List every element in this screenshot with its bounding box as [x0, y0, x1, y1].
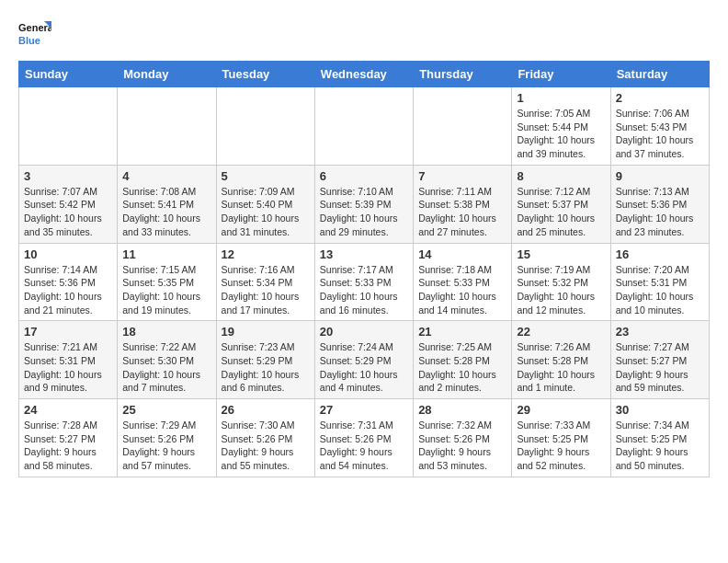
day-number: 2 [616, 91, 704, 105]
day-number: 5 [222, 169, 310, 183]
calendar-cell: 12Sunrise: 7:16 AM Sunset: 5:34 PM Dayli… [216, 243, 314, 321]
calendar-cell: 17Sunrise: 7:21 AM Sunset: 5:31 PM Dayli… [19, 321, 118, 399]
calendar-cell: 1Sunrise: 7:05 AM Sunset: 5:44 PM Daylig… [512, 87, 610, 166]
day-info: Sunrise: 7:13 AM Sunset: 5:36 PM Dayligh… [616, 185, 704, 239]
day-number: 22 [517, 325, 605, 339]
day-info: Sunrise: 7:10 AM Sunset: 5:39 PM Dayligh… [320, 185, 408, 239]
day-number: 10 [24, 247, 112, 261]
day-info: Sunrise: 7:09 AM Sunset: 5:40 PM Dayligh… [222, 185, 310, 239]
day-info: Sunrise: 7:19 AM Sunset: 5:32 PM Dayligh… [517, 263, 605, 317]
day-info: Sunrise: 7:28 AM Sunset: 5:27 PM Dayligh… [24, 419, 112, 473]
calendar-cell: 15Sunrise: 7:19 AM Sunset: 5:32 PM Dayli… [512, 243, 610, 321]
day-number: 19 [222, 325, 310, 339]
day-info: Sunrise: 7:24 AM Sunset: 5:29 PM Dayligh… [320, 340, 408, 395]
day-info: Sunrise: 7:29 AM Sunset: 5:26 PM Dayligh… [122, 419, 210, 473]
svg-text:General: General [18, 22, 51, 33]
logo-svg: General Blue [18, 18, 51, 52]
calendar-week-5: 24Sunrise: 7:28 AM Sunset: 5:27 PM Dayli… [19, 399, 710, 477]
calendar-table: SundayMondayTuesdayWednesdayThursdayFrid… [18, 61, 710, 477]
calendar-cell: 27Sunrise: 7:31 AM Sunset: 5:26 PM Dayli… [314, 399, 413, 477]
day-info: Sunrise: 7:17 AM Sunset: 5:33 PM Dayligh… [320, 263, 408, 317]
calendar-week-3: 10Sunrise: 7:14 AM Sunset: 5:36 PM Dayli… [19, 243, 710, 321]
day-number: 29 [517, 403, 605, 417]
day-info: Sunrise: 7:16 AM Sunset: 5:34 PM Dayligh… [222, 263, 310, 317]
day-info: Sunrise: 7:11 AM Sunset: 5:38 PM Dayligh… [418, 185, 506, 239]
header: General Blue [18, 18, 710, 52]
calendar-cell: 9Sunrise: 7:13 AM Sunset: 5:36 PM Daylig… [610, 165, 709, 243]
day-number: 12 [222, 247, 310, 261]
calendar-cell: 22Sunrise: 7:26 AM Sunset: 5:28 PM Dayli… [512, 321, 610, 399]
calendar-header-row: SundayMondayTuesdayWednesdayThursdayFrid… [19, 62, 710, 87]
day-number: 7 [418, 169, 506, 183]
day-number: 27 [320, 403, 408, 417]
day-info: Sunrise: 7:06 AM Sunset: 5:43 PM Dayligh… [616, 107, 704, 161]
svg-text:Blue: Blue [18, 35, 40, 46]
calendar-cell: 2Sunrise: 7:06 AM Sunset: 5:43 PM Daylig… [610, 87, 709, 166]
page-container: General Blue SundayMondayTuesdayWednesda… [0, 0, 728, 487]
day-number: 9 [616, 169, 704, 183]
calendar-week-2: 3Sunrise: 7:07 AM Sunset: 5:42 PM Daylig… [19, 165, 710, 243]
day-number: 23 [616, 325, 704, 339]
day-info: Sunrise: 7:22 AM Sunset: 5:30 PM Dayligh… [122, 340, 210, 395]
calendar-cell [314, 87, 413, 166]
calendar-cell: 8Sunrise: 7:12 AM Sunset: 5:37 PM Daylig… [512, 165, 610, 243]
calendar-cell: 6Sunrise: 7:10 AM Sunset: 5:39 PM Daylig… [314, 165, 413, 243]
header-monday: Monday [118, 62, 216, 87]
day-info: Sunrise: 7:31 AM Sunset: 5:26 PM Dayligh… [320, 419, 408, 473]
day-info: Sunrise: 7:21 AM Sunset: 5:31 PM Dayligh… [24, 340, 112, 395]
calendar-cell [414, 87, 512, 166]
day-number: 16 [616, 247, 704, 261]
day-number: 15 [517, 247, 605, 261]
day-info: Sunrise: 7:25 AM Sunset: 5:28 PM Dayligh… [418, 340, 506, 395]
calendar-cell: 28Sunrise: 7:32 AM Sunset: 5:26 PM Dayli… [414, 399, 512, 477]
day-info: Sunrise: 7:26 AM Sunset: 5:28 PM Dayligh… [517, 340, 605, 395]
calendar-cell: 4Sunrise: 7:08 AM Sunset: 5:41 PM Daylig… [118, 165, 216, 243]
calendar-cell: 26Sunrise: 7:30 AM Sunset: 5:26 PM Dayli… [216, 399, 314, 477]
calendar-cell: 24Sunrise: 7:28 AM Sunset: 5:27 PM Dayli… [19, 399, 118, 477]
day-number: 21 [418, 325, 506, 339]
day-number: 14 [418, 247, 506, 261]
calendar-cell: 18Sunrise: 7:22 AM Sunset: 5:30 PM Dayli… [118, 321, 216, 399]
header-sunday: Sunday [19, 62, 118, 87]
calendar-cell: 11Sunrise: 7:15 AM Sunset: 5:35 PM Dayli… [118, 243, 216, 321]
calendar-cell: 25Sunrise: 7:29 AM Sunset: 5:26 PM Dayli… [118, 399, 216, 477]
day-number: 1 [517, 91, 605, 105]
day-number: 3 [24, 169, 112, 183]
day-number: 24 [24, 403, 112, 417]
calendar-week-1: 1Sunrise: 7:05 AM Sunset: 5:44 PM Daylig… [19, 87, 710, 166]
day-number: 30 [616, 403, 704, 417]
day-number: 6 [320, 169, 408, 183]
day-number: 25 [122, 403, 210, 417]
calendar-cell: 14Sunrise: 7:18 AM Sunset: 5:33 PM Dayli… [414, 243, 512, 321]
day-number: 28 [418, 403, 506, 417]
day-number: 17 [24, 325, 112, 339]
day-info: Sunrise: 7:32 AM Sunset: 5:26 PM Dayligh… [418, 419, 506, 473]
calendar-cell: 16Sunrise: 7:20 AM Sunset: 5:31 PM Dayli… [610, 243, 709, 321]
logo: General Blue [18, 18, 51, 52]
day-info: Sunrise: 7:23 AM Sunset: 5:29 PM Dayligh… [222, 340, 310, 395]
calendar-cell: 3Sunrise: 7:07 AM Sunset: 5:42 PM Daylig… [19, 165, 118, 243]
calendar-cell: 23Sunrise: 7:27 AM Sunset: 5:27 PM Dayli… [610, 321, 709, 399]
calendar-cell: 5Sunrise: 7:09 AM Sunset: 5:40 PM Daylig… [216, 165, 314, 243]
day-number: 18 [122, 325, 210, 339]
day-number: 4 [122, 169, 210, 183]
day-number: 20 [320, 325, 408, 339]
day-info: Sunrise: 7:12 AM Sunset: 5:37 PM Dayligh… [517, 185, 605, 239]
calendar-cell [19, 87, 118, 166]
calendar-cell: 10Sunrise: 7:14 AM Sunset: 5:36 PM Dayli… [19, 243, 118, 321]
day-info: Sunrise: 7:30 AM Sunset: 5:26 PM Dayligh… [222, 419, 310, 473]
day-info: Sunrise: 7:07 AM Sunset: 5:42 PM Dayligh… [24, 185, 112, 239]
calendar-week-4: 17Sunrise: 7:21 AM Sunset: 5:31 PM Dayli… [19, 321, 710, 399]
day-number: 11 [122, 247, 210, 261]
header-tuesday: Tuesday [216, 62, 314, 87]
calendar-cell: 21Sunrise: 7:25 AM Sunset: 5:28 PM Dayli… [414, 321, 512, 399]
day-info: Sunrise: 7:14 AM Sunset: 5:36 PM Dayligh… [24, 263, 112, 317]
day-info: Sunrise: 7:18 AM Sunset: 5:33 PM Dayligh… [418, 263, 506, 317]
day-number: 8 [517, 169, 605, 183]
day-info: Sunrise: 7:34 AM Sunset: 5:25 PM Dayligh… [616, 419, 704, 473]
calendar-cell: 29Sunrise: 7:33 AM Sunset: 5:25 PM Dayli… [512, 399, 610, 477]
calendar-cell: 30Sunrise: 7:34 AM Sunset: 5:25 PM Dayli… [610, 399, 709, 477]
day-info: Sunrise: 7:08 AM Sunset: 5:41 PM Dayligh… [122, 185, 210, 239]
day-number: 13 [320, 247, 408, 261]
header-friday: Friday [512, 62, 610, 87]
